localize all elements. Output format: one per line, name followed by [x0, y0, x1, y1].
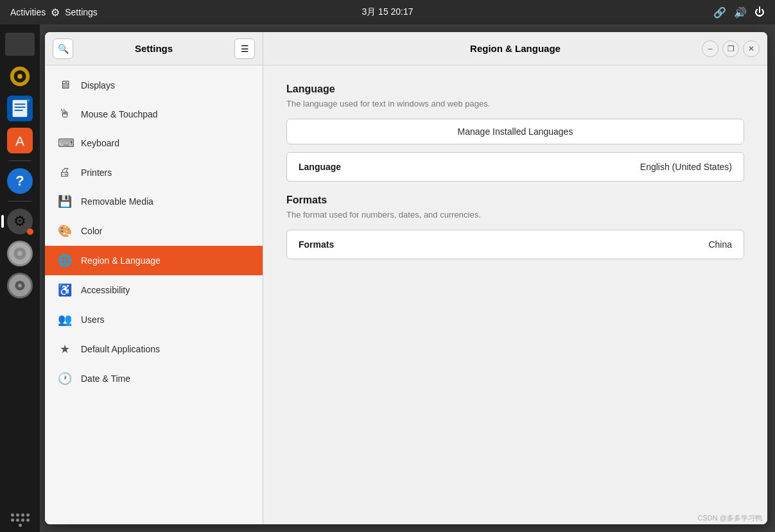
dock-separator-2	[8, 201, 31, 202]
settings-sidebar-title: Settings	[78, 43, 229, 54]
network-icon: 🔗	[713, 6, 726, 19]
topbar: Activities ⚙ Settings 3月 15 20:17 🔗 🔊 ⏻	[0, 0, 775, 24]
svg-rect-5	[13, 100, 28, 117]
sidebar-item-color[interactable]: 🎨 Color	[45, 216, 263, 246]
sidebar-item-printers[interactable]: 🖨 Printers	[45, 158, 263, 187]
menu-button[interactable]: ☰	[234, 39, 255, 59]
dock-badge	[27, 228, 33, 235]
search-button[interactable]: 🔍	[53, 39, 73, 59]
panel-content: Language The language used for text in w…	[263, 65, 767, 524]
dock-item-media2[interactable]	[5, 271, 35, 300]
sidebar-label-color: Color	[81, 226, 102, 236]
language-row[interactable]: Language English (United States)	[286, 152, 744, 182]
sidebar-item-displays[interactable]: 🖥 Displays	[45, 71, 263, 99]
dock: A ? ⚙	[0, 24, 40, 532]
svg-point-13	[17, 251, 22, 256]
panel-title: Region & Language	[470, 43, 561, 54]
settings-window: 🔍 Settings ☰ Region & Language – ❐ ✕	[45, 32, 767, 524]
search-icon: 🔍	[58, 44, 69, 54]
dock-separator-1	[8, 160, 31, 161]
svg-rect-6	[14, 103, 25, 105]
sidebar-label-printers: Printers	[81, 167, 112, 178]
formats-section: Formats The format used for numbers, dat…	[286, 194, 744, 259]
sidebar-label-accessibility: Accessibility	[81, 285, 130, 295]
printers-icon: 🖨	[58, 166, 72, 179]
manage-languages-button[interactable]: Manage Installed Languages	[286, 119, 744, 144]
sidebar-item-removable[interactable]: 💾 Removable Media	[45, 187, 263, 216]
svg-rect-7	[14, 107, 25, 108]
color-icon: 🎨	[58, 224, 72, 238]
dock-item-appcenter[interactable]: A	[5, 126, 35, 155]
svg-point-16	[18, 284, 22, 287]
language-section-desc: The language used for text in windows an…	[286, 99, 744, 108]
datetime-icon: 🕐	[58, 372, 72, 386]
dock-item-disc[interactable]	[5, 239, 35, 268]
displays-icon: 🖥	[58, 78, 72, 92]
topbar-datetime: 3月 15 20:17	[361, 6, 413, 18]
sidebar-label-displays: Displays	[81, 80, 115, 90]
main-area: A ? ⚙	[0, 24, 775, 532]
topbar-left: Activities ⚙ Settings	[10, 6, 98, 19]
close-button[interactable]: ✕	[743, 40, 760, 57]
sidebar-label-datetime: Date & Time	[81, 373, 130, 384]
dock-item-window-thumb[interactable]	[5, 30, 35, 59]
sidebar-item-users[interactable]: 👥 Users	[45, 305, 263, 334]
svg-rect-8	[14, 110, 22, 111]
volume-icon[interactable]: 🔊	[734, 6, 747, 19]
dock-item-help[interactable]: ?	[5, 166, 35, 196]
settings-header: 🔍 Settings ☰ Region & Language – ❐ ✕	[45, 32, 767, 65]
settings-panel-header: Region & Language – ❐ ✕	[263, 32, 767, 65]
language-row-value: English (United States)	[640, 162, 732, 172]
sidebar-label-users: Users	[81, 314, 105, 325]
power-icon[interactable]: ⏻	[754, 6, 765, 18]
sidebar-label-removable: Removable Media	[81, 196, 153, 207]
mouse-icon: 🖱	[58, 107, 72, 121]
activities-label[interactable]: Activities	[10, 7, 46, 17]
formats-row-value: China	[708, 239, 732, 250]
keyboard-icon: ⌨	[58, 136, 72, 150]
gear-icon: ⚙	[51, 6, 60, 19]
sidebar-label-keyboard: Keyboard	[81, 138, 119, 148]
svg-text:A: A	[15, 133, 24, 148]
dock-item-rhythmbox[interactable]	[5, 62, 35, 91]
removable-icon: 💾	[58, 194, 72, 209]
sidebar-item-default-apps[interactable]: ★ Default Applications	[45, 334, 263, 364]
formats-section-desc: The format used for numbers, dates, and …	[286, 210, 744, 219]
window-controls: – ❐ ✕	[702, 40, 760, 57]
language-section: Language The language used for text in w…	[286, 83, 744, 182]
sidebar-item-datetime[interactable]: 🕐 Date & Time	[45, 364, 263, 393]
hamburger-icon: ☰	[241, 44, 249, 54]
formats-row[interactable]: Formats China	[286, 230, 744, 259]
default-apps-icon: ★	[58, 342, 72, 356]
language-row-label: Language	[299, 162, 341, 172]
sidebar-item-mouse[interactable]: 🖱 Mouse & Touchpad	[45, 99, 263, 128]
sidebar-item-keyboard[interactable]: ⌨ Keyboard	[45, 128, 263, 158]
sidebar-label-mouse: Mouse & Touchpad	[81, 109, 158, 119]
settings-sidebar-header: 🔍 Settings ☰	[45, 32, 263, 65]
app-name-label: Settings	[65, 7, 98, 17]
formats-section-title: Formats	[286, 194, 744, 206]
sidebar-item-accessibility[interactable]: ♿ Accessibility	[45, 275, 263, 305]
accessibility-icon: ♿	[58, 283, 72, 297]
sidebar-item-region[interactable]: 🌐 Region & Language	[45, 246, 263, 275]
watermark: CSDN @多多学习鸭	[698, 513, 762, 523]
topbar-right: 🔗 🔊 ⏻	[713, 6, 765, 19]
dock-item-settings[interactable]: ⚙	[5, 207, 35, 236]
sidebar-label-region: Region & Language	[81, 255, 161, 266]
maximize-button[interactable]: ❐	[722, 40, 739, 57]
settings-body: 🖥 Displays 🖱 Mouse & Touchpad ⌨ Keyboard…	[45, 65, 767, 524]
language-section-title: Language	[286, 83, 744, 95]
sidebar: 🖥 Displays 🖱 Mouse & Touchpad ⌨ Keyboard…	[45, 65, 263, 524]
formats-row-label: Formats	[299, 239, 334, 250]
dock-item-libreoffice[interactable]	[5, 94, 35, 123]
svg-point-3	[17, 74, 22, 79]
minimize-button[interactable]: –	[702, 40, 718, 57]
region-icon: 🌐	[58, 253, 72, 268]
sidebar-label-default-apps: Default Applications	[81, 344, 160, 354]
users-icon: 👥	[58, 313, 72, 327]
